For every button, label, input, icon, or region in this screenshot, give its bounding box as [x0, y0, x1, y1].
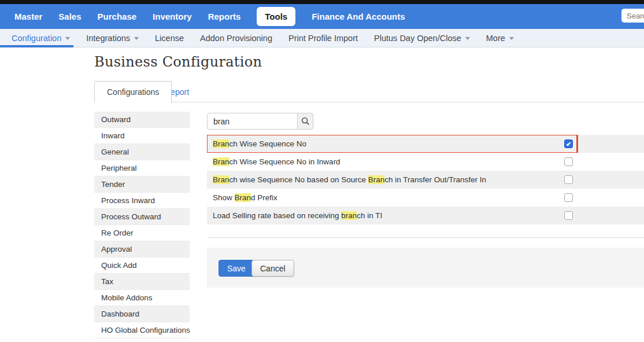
active-tab-underline	[0, 45, 73, 47]
sidebar-item-outward[interactable]: Outward	[94, 112, 190, 128]
main-nav: MasterSalesPurchaseInventoryReportsTools…	[0, 4, 644, 29]
sidebar-item-approval[interactable]: Approval	[94, 241, 190, 258]
sidebar-item-dashboard[interactable]: Dashboard	[94, 306, 190, 322]
save-button[interactable]: Save	[219, 260, 254, 277]
config-option-label: Show Brand Prefix	[213, 193, 277, 202]
config-option-checkbox[interactable]	[564, 175, 573, 184]
search-icon	[301, 117, 310, 126]
subnav-item-plutus-day-open-close[interactable]: Plutus Day Open/Close	[374, 34, 470, 43]
sidebar-item-process-outward[interactable]: Process Outward	[94, 209, 190, 225]
nav-item-master[interactable]: Master	[14, 12, 42, 21]
main-nav-items: MasterSalesPurchaseInventoryReportsTools…	[14, 7, 405, 26]
chevron-down-icon	[134, 37, 139, 40]
config-option-label: Load Selling rate based on receiving bra…	[213, 211, 382, 220]
footer-action-bar: Save Cancel	[207, 248, 644, 288]
search-match-highlight: Bran	[213, 139, 230, 148]
chevron-down-icon	[509, 37, 514, 40]
sidebar-item-inward[interactable]: Inward	[94, 128, 190, 144]
table-row: Branch Wise Sequence No in Inward	[207, 153, 644, 171]
sub-nav-items: ConfigurationIntegrationsLicenseAddon Pr…	[12, 34, 514, 43]
global-search-input[interactable]	[621, 9, 644, 23]
search-match-highlight: Bran	[235, 193, 251, 202]
sidebar-item-re-order[interactable]: Re Order	[94, 225, 190, 241]
subnav-item-label: Plutus Day Open/Close	[374, 34, 461, 43]
nav-item-tools[interactable]: Tools	[257, 7, 295, 26]
search-match-highlight: bran	[341, 211, 357, 220]
nav-item-sales[interactable]: Sales	[58, 12, 81, 21]
search-match-highlight: Bran	[213, 175, 230, 184]
nav-item-inventory[interactable]: Inventory	[153, 12, 192, 21]
config-option-checkbox[interactable]	[564, 211, 573, 220]
top-black-bar	[0, 0, 644, 4]
sub-nav: ConfigurationIntegrationsLicenseAddon Pr…	[0, 29, 644, 47]
config-option-checkbox[interactable]	[564, 157, 573, 166]
config-option-checkbox[interactable]: ✔	[564, 139, 573, 148]
page-title: Business Configuration	[94, 54, 262, 70]
chevron-down-icon	[65, 37, 70, 40]
sidebar-item-peripheral[interactable]: Peripheral	[94, 160, 190, 176]
subnav-item-label: Addon Provisioning	[200, 34, 272, 43]
nav-item-purchase[interactable]: Purchase	[98, 12, 137, 21]
table-row: Show Brand Prefix	[207, 189, 644, 207]
subnav-item-label: Print Profile Import	[288, 34, 358, 43]
subnav-item-more[interactable]: More	[486, 34, 514, 43]
sidebar-item-tender[interactable]: Tender	[94, 176, 190, 193]
table-row: Branch Wise Sequence No✔	[207, 135, 644, 153]
table-row: Branch wise Sequence No based on Source …	[207, 171, 644, 189]
chevron-down-icon	[465, 37, 470, 40]
subnav-item-label: Integrations	[86, 34, 130, 43]
config-option-label: Branch wise Sequence No based on Source …	[213, 175, 486, 184]
config-search-input[interactable]	[207, 113, 298, 130]
table-row-empty	[207, 225, 644, 238]
subnav-item-configuration[interactable]: Configuration	[12, 34, 70, 43]
subnav-item-integrations[interactable]: Integrations	[86, 34, 139, 43]
subnav-item-print-profile-import[interactable]: Print Profile Import	[288, 34, 358, 43]
sidebar-item-tax[interactable]: Tax	[94, 274, 190, 290]
search-match-highlight: Bran	[213, 157, 230, 166]
config-option-label: Branch Wise Sequence No in Inward	[213, 157, 340, 166]
subnav-item-label: License	[155, 34, 184, 43]
nav-item-finance-and-accounts[interactable]: Finance And Accounts	[312, 12, 405, 21]
config-search-button[interactable]	[297, 113, 313, 130]
search-match-highlight: Bran	[368, 175, 385, 184]
sidebar-item-general[interactable]: General	[94, 144, 190, 160]
subnav-item-label: More	[486, 34, 505, 43]
sidebar-item-ho-global-configurations[interactable]: HO Global Configurations	[94, 322, 190, 339]
table-row: Load Selling rate based on receiving bra…	[207, 207, 644, 225]
nav-item-reports[interactable]: Reports	[208, 12, 241, 21]
sidebar-item-mobile-addons[interactable]: Mobile Addons	[94, 290, 190, 306]
sidebar-item-quick-add[interactable]: Quick Add	[94, 258, 190, 274]
config-results-list: Branch Wise Sequence No✔Branch Wise Sequ…	[207, 135, 644, 238]
category-sidebar: OutwardInwardGeneralPeripheralTenderProc…	[94, 112, 190, 339]
subnav-item-addon-provisioning[interactable]: Addon Provisioning	[200, 34, 272, 43]
subnav-item-license[interactable]: License	[155, 34, 184, 43]
sidebar-item-process-inward[interactable]: Process Inward	[94, 193, 190, 209]
tab-configurations[interactable]: Configurations	[94, 81, 172, 103]
subnav-item-label: Configuration	[12, 34, 61, 43]
config-option-label: Branch Wise Sequence No	[213, 139, 306, 148]
cancel-button[interactable]: Cancel	[251, 260, 294, 277]
config-option-checkbox[interactable]	[564, 193, 573, 202]
